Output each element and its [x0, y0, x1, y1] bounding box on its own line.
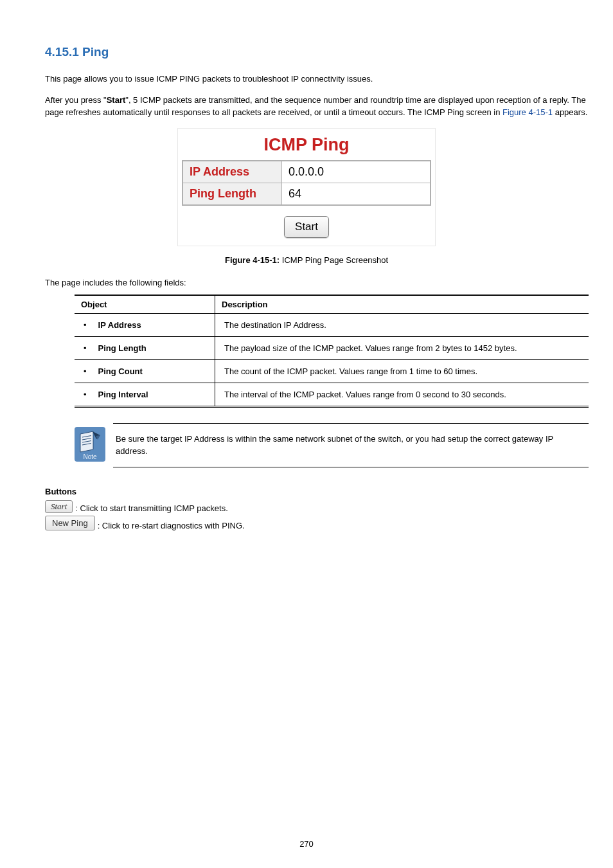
- figure-caption: Figure 4-15-1: ICMP Ping Page Screenshot: [13, 255, 600, 265]
- new-ping-button[interactable]: New Ping: [45, 516, 95, 530]
- button-line-start: Start : Click to start transmitting ICMP…: [45, 500, 600, 513]
- field-object: •Ping Count: [75, 359, 215, 383]
- table-row: •Ping Count The count of the ICMP packet…: [75, 359, 589, 383]
- screenshot-button-row: Start: [182, 206, 431, 242]
- figure-caption-bold: Figure 4-15-1:: [225, 255, 280, 265]
- fields-header-description: Description: [215, 294, 589, 313]
- intro-paragraph-1: This page allows you to issue ICMP PING …: [45, 73, 600, 86]
- start-button-description: : Click to start transmitting ICMP packe…: [75, 503, 227, 513]
- p2-text-c: appears.: [553, 107, 587, 117]
- intro-paragraph-2: After you press "Start", 5 ICMP packets …: [45, 95, 600, 119]
- icmp-ping-screenshot: ICMP Ping IP Address 0.0.0.0 Ping Length…: [177, 128, 436, 246]
- document-page: 4.15.1 Ping This page allows you to issu…: [0, 0, 613, 868]
- fields-table: Object Description •IP Address The desti…: [75, 294, 589, 408]
- field-object-label: Ping Length: [98, 343, 147, 353]
- table-row: Ping Length 64: [182, 183, 431, 205]
- fields-header-object: Object: [75, 294, 215, 313]
- fields-header-row: Object Description: [75, 294, 589, 313]
- table-row: IP Address 0.0.0.0: [182, 161, 431, 183]
- screenshot-start-button[interactable]: Start: [284, 216, 329, 238]
- start-button[interactable]: Start: [45, 500, 73, 513]
- field-description: The destination IP Address.: [215, 313, 589, 336]
- note-label: Note: [83, 453, 97, 460]
- buttons-section: Buttons Start : Click to start transmitt…: [45, 487, 600, 530]
- row-label-ip: IP Address: [182, 161, 281, 183]
- field-object: •Ping Interval: [75, 383, 215, 406]
- note-icon: Note: [75, 423, 113, 467]
- figure-link: Figure 4-15-1: [502, 107, 553, 117]
- screenshot-title: ICMP Ping: [182, 132, 431, 160]
- page-number: 270: [0, 839, 613, 849]
- p2-text-a: After you press ": [45, 95, 107, 105]
- p2-start-bold: Start: [107, 95, 126, 105]
- row-value-ip: 0.0.0.0: [281, 161, 431, 183]
- field-object: •Ping Length: [75, 336, 215, 359]
- field-description: The payload size of the ICMP packet. Val…: [215, 336, 589, 359]
- screenshot-table: IP Address 0.0.0.0 Ping Length 64: [182, 160, 431, 206]
- table-row: •Ping Length The payload size of the ICM…: [75, 336, 589, 359]
- table-row: •IP Address The destination IP Address.: [75, 313, 589, 336]
- row-label-length: Ping Length: [182, 183, 281, 205]
- new-ping-button-description: : Click to re-start diagnostics with PIN…: [98, 521, 245, 530]
- section-heading: 4.15.1 Ping: [45, 45, 600, 59]
- field-description: The interval of the ICMP packet. Values …: [215, 383, 589, 406]
- field-description: The count of the ICMP packet. Values ran…: [215, 359, 589, 383]
- figure-caption-rest: ICMP Ping Page Screenshot: [280, 255, 388, 265]
- button-line-newping: New Ping : Click to re-start diagnostics…: [45, 516, 600, 530]
- row-value-length: 64: [281, 183, 431, 205]
- field-object-label: IP Address: [98, 320, 141, 330]
- field-object: •IP Address: [75, 313, 215, 336]
- fields-intro-text: The page includes the following fields:: [45, 278, 600, 287]
- buttons-heading: Buttons: [45, 487, 600, 496]
- note-block: Note Be sure the target IP Address is wi…: [75, 423, 589, 467]
- table-row: •Ping Interval The interval of the ICMP …: [75, 383, 589, 406]
- field-object-label: Ping Interval: [98, 390, 148, 399]
- field-object-label: Ping Count: [98, 366, 143, 376]
- note-text: Be sure the target IP Address is within …: [113, 423, 589, 467]
